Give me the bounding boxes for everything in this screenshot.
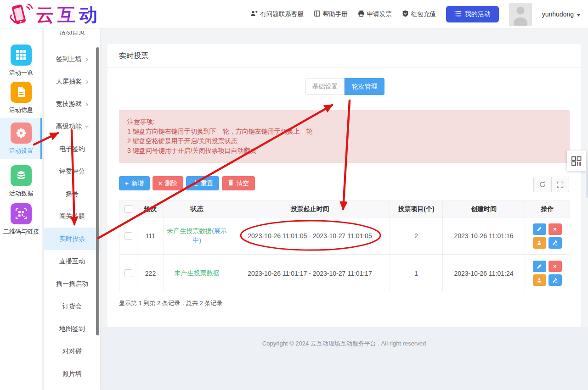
vote-gavel-button[interactable] bbox=[548, 237, 562, 249]
times-icon: × bbox=[553, 263, 557, 270]
menu-scrollbar[interactable] bbox=[96, 47, 99, 335]
menu-item-shake-start[interactable]: 摇一摇启动 bbox=[44, 273, 100, 295]
avatar[interactable] bbox=[509, 3, 532, 26]
edit-button[interactable] bbox=[533, 261, 546, 272]
created-at-value: 2023-10-26 11:01:16 bbox=[443, 217, 525, 255]
col-time-range: 投票起止时间 bbox=[230, 201, 390, 217]
row-actions: × bbox=[533, 223, 562, 249]
project-count-value: 2 bbox=[390, 217, 443, 255]
plus-icon: + bbox=[125, 180, 129, 187]
dashboard-icon bbox=[571, 156, 582, 167]
icon-sidebar: 活动一览 活动信息 活动设置 活动数据 二维码与链接 bbox=[0, 28, 42, 390]
document-icon bbox=[11, 82, 32, 103]
chevron-down-icon: › bbox=[83, 125, 90, 128]
header-nav: 有问题联系客服 帮助手册 申请发票 红包充值 bbox=[250, 0, 581, 28]
trash-icon bbox=[228, 179, 234, 187]
menu-item-e-signing[interactable]: 电子签约 bbox=[44, 138, 100, 160]
tab-group: 基础设置 轮次管理 bbox=[305, 78, 384, 95]
voters-button[interactable] bbox=[533, 237, 546, 249]
delete-row-button[interactable]: × bbox=[548, 223, 562, 235]
username: yunhudong bbox=[542, 11, 574, 18]
notice-box: 注意事项: 1 键盘方向键右键用于切换到下一轮，方向键左键用于切换上一轮 2 键… bbox=[119, 110, 570, 163]
notice-line: 3 键盘问号键用于开启/关闭投票项目自动翻页 bbox=[127, 146, 561, 156]
row-checkbox[interactable] bbox=[124, 269, 132, 277]
logo-text: 云互动 bbox=[36, 2, 101, 28]
notice-title: 注意事项: bbox=[127, 117, 561, 127]
vote-gavel-button[interactable] bbox=[548, 274, 562, 286]
times-icon: × bbox=[553, 226, 557, 233]
fullscreen-button[interactable] bbox=[551, 177, 569, 192]
page-footer: Copyright © 2024 云互动现场互动服务平台 . All right… bbox=[100, 327, 588, 390]
nav-contact-support[interactable]: 有问题联系客服 bbox=[250, 10, 304, 18]
database-icon bbox=[11, 165, 32, 186]
created-at-value: 2023-10-26 11:01:24 bbox=[443, 255, 525, 292]
round-value: 111 bbox=[137, 217, 164, 255]
table-toolbar: + 新增 × 删除 重置 清空 bbox=[119, 176, 255, 190]
top-header: 云互动 有问题联系客服 帮助手册 申请发票 bbox=[0, 0, 588, 28]
col-project-count: 投票项目(个) bbox=[390, 201, 443, 217]
menu-item-map-signin[interactable]: 地图签到 bbox=[44, 318, 100, 340]
sidebar-item-activity-info[interactable]: 活动信息 bbox=[0, 82, 42, 114]
copyright-text: Copyright © 2024 云互动现场互动服务平台 . All right… bbox=[100, 340, 588, 348]
settings-menu: 活动首页 签到上墙› 大屏抽奖› 竞技游戏› 高级功能› 电子签约 评委评分 摇… bbox=[44, 28, 100, 390]
delete-row-button[interactable]: × bbox=[548, 261, 562, 272]
main-panel: 实时投票 基础设置 轮次管理 注意事项: 1 键盘方向键右键用于切换到下一轮，方… bbox=[107, 44, 581, 327]
menu-item-quiz-challenge[interactable]: 闯关答题 bbox=[44, 205, 100, 228]
book-icon bbox=[314, 10, 321, 18]
row-checkbox[interactable] bbox=[124, 232, 132, 240]
menu-item-realtime-voting[interactable]: 实时投票 bbox=[44, 228, 100, 250]
menu-item-competitive-games[interactable]: 竞技游戏› bbox=[44, 93, 100, 115]
logo[interactable]: 云互动 bbox=[6, 1, 101, 28]
times-icon: × bbox=[158, 180, 162, 187]
grid-icon bbox=[11, 45, 32, 66]
chevron-right-icon: › bbox=[86, 78, 88, 85]
user-menu[interactable]: yunhudong bbox=[542, 11, 581, 18]
title-divider bbox=[107, 67, 581, 68]
add-button[interactable]: + 新增 bbox=[119, 176, 150, 190]
hand-phone-logo-icon bbox=[6, 1, 33, 28]
my-activities-button[interactable]: 我的活动 bbox=[446, 6, 499, 22]
table-row: 222 未产生投票数据 2023-10-26 11:01:17 - 2023-1… bbox=[119, 255, 570, 292]
menu-item-order-fair[interactable]: 订货会 bbox=[44, 295, 100, 318]
right-edge-scrollbar[interactable] bbox=[586, 162, 588, 198]
nav-redpacket-recharge[interactable]: 红包充值 bbox=[402, 10, 436, 18]
menu-item-advanced-features[interactable]: 高级功能› bbox=[44, 115, 100, 138]
status-value: 未产生投票数据(展示中) bbox=[164, 217, 230, 255]
menu-item-lottery[interactable]: 大屏抽奖› bbox=[44, 70, 100, 93]
reset-button[interactable]: 重置 bbox=[186, 176, 219, 190]
page-title: 实时投票 bbox=[119, 51, 148, 61]
menu-item-number-draw[interactable]: 摇号 bbox=[44, 183, 100, 205]
sidebar-item-activity-settings[interactable]: 活动设置 bbox=[0, 118, 42, 159]
sidebar-item-qrcode-links[interactable]: 二维码与链接 bbox=[0, 203, 42, 236]
time-range-value: 2023-10-26 11:01:17 - 2023-10-27 11:01:1… bbox=[230, 255, 390, 292]
round-value: 222 bbox=[137, 255, 164, 292]
notice-line: 1 键盘方向键右键用于切换到下一轮，方向键左键用于切换上一轮 bbox=[127, 127, 561, 136]
tab-round-management[interactable]: 轮次管理 bbox=[345, 78, 384, 95]
rounds-table: 轮次 状态 投票起止时间 投票项目(个) 创建时间 操作 111 未产生投票数据… bbox=[119, 201, 570, 292]
quick-nav-widget[interactable] bbox=[567, 150, 586, 171]
refresh-button[interactable] bbox=[533, 177, 551, 192]
select-all-checkbox[interactable] bbox=[124, 205, 132, 213]
notice-line: 2 键盘空格键是用于开启/关闭投票状态 bbox=[127, 136, 561, 146]
nav-request-invoice[interactable]: 申请发票 bbox=[358, 10, 392, 18]
sidebar-item-activity-overview[interactable]: 活动一览 bbox=[0, 45, 42, 77]
list-icon bbox=[454, 11, 462, 18]
tab-basic-settings[interactable]: 基础设置 bbox=[305, 78, 345, 95]
voters-button[interactable] bbox=[533, 274, 546, 286]
menu-item-activity-home[interactable]: 活动首页 bbox=[44, 28, 100, 48]
delete-button[interactable]: × 删除 bbox=[153, 176, 183, 190]
menu-item-judge-scoring[interactable]: 评委评分 bbox=[44, 160, 100, 183]
sidebar-item-activity-data[interactable]: 活动数据 bbox=[0, 165, 42, 198]
menu-item-matching-game[interactable]: 对对碰 bbox=[44, 340, 100, 362]
menu-top-cover bbox=[44, 28, 100, 31]
clear-button[interactable]: 清空 bbox=[222, 176, 255, 190]
person-plus-icon bbox=[250, 10, 258, 18]
nav-help-manual[interactable]: 帮助手册 bbox=[314, 10, 348, 18]
menu-item-signin-wall[interactable]: 签到上墙› bbox=[44, 48, 100, 70]
printer-icon bbox=[358, 10, 365, 18]
edit-button[interactable] bbox=[533, 223, 546, 235]
col-status: 状态 bbox=[164, 201, 230, 217]
menu-item-photo-wall[interactable]: 照片墙 bbox=[44, 362, 100, 385]
shield-check-icon bbox=[402, 10, 409, 18]
menu-item-live-interaction[interactable]: 直播互动 bbox=[44, 250, 100, 273]
